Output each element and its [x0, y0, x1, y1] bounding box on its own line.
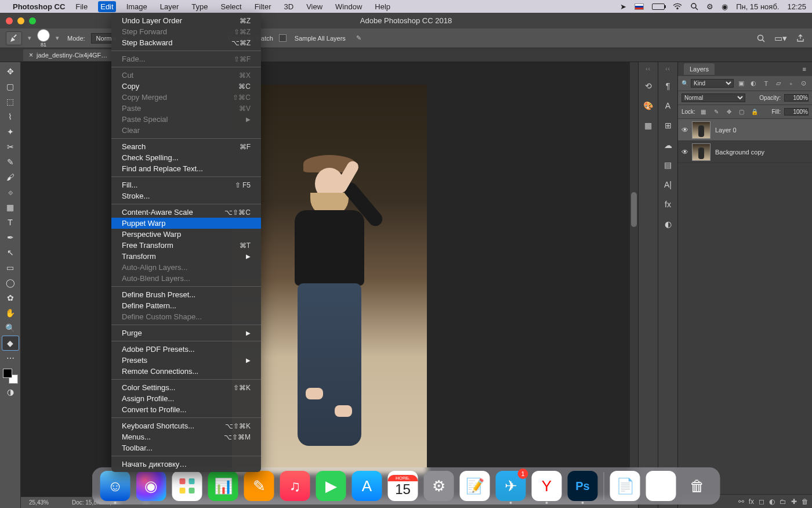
sample-all-checkbox[interactable] [279, 34, 287, 42]
link-layers-icon[interactable]: ⚯ [738, 498, 744, 506]
new-layer-icon[interactable]: ✚ [791, 498, 797, 506]
custom-shape-tool-icon[interactable]: ✿ [2, 291, 19, 305]
filter-smart-icon[interactable]: ▫ [786, 78, 796, 89]
dock-trash-icon[interactable]: 🗑 [682, 471, 712, 501]
layer-row[interactable]: 👁 Background copy [678, 141, 812, 163]
vertical-scrollbar[interactable] [630, 62, 638, 496]
edit-menu-item[interactable]: Copy⌘C [111, 81, 261, 92]
layer-visibility-icon[interactable]: 👁 [678, 126, 692, 134]
rectangle-tool-icon[interactable]: ▭ [2, 261, 19, 275]
menubar-date[interactable]: Пн, 15 нояб. [736, 2, 779, 11]
menu-file[interactable]: File [73, 1, 90, 12]
app-name[interactable]: Photoshop CC [13, 2, 65, 11]
hand-tool-icon[interactable]: ✋ [2, 306, 19, 320]
edit-menu-item[interactable]: Keyboard Shortcuts...⌥⇧⌘K [111, 420, 261, 431]
battery-icon[interactable] [652, 3, 665, 10]
pressure-icon[interactable]: ✎ [356, 34, 361, 42]
edit-menu-item[interactable]: Content-Aware Scale⌥⇧⌘C [111, 207, 261, 218]
layers-panel-tab[interactable]: Layers [684, 63, 715, 75]
location-icon[interactable]: ➤ [620, 2, 626, 11]
input-flag-icon[interactable] [635, 3, 644, 10]
lock-all-icon[interactable]: 🔒 [750, 109, 759, 115]
panel-menu-icon[interactable]: ≡ [803, 66, 806, 73]
minimize-window-button[interactable] [17, 17, 24, 24]
cc-libraries-icon[interactable]: ☁ [661, 138, 675, 152]
close-window-button[interactable] [6, 17, 13, 24]
edit-menu-item[interactable]: Find and Replace Text... [111, 163, 261, 174]
layer-row[interactable]: 👁 Layer 0 [678, 119, 812, 141]
edit-menu-item[interactable]: Presets▶ [111, 355, 261, 366]
edit-menu-item[interactable]: Puppet Warp [111, 218, 261, 229]
siri-icon[interactable]: ◉ [722, 2, 728, 11]
edit-menu-item[interactable]: Adobe PDF Presets... [111, 344, 261, 355]
paragraph-panel-icon[interactable]: A [661, 99, 675, 113]
edit-menu-item[interactable]: Define Pattern... [111, 300, 261, 311]
character-panel-icon[interactable]: ¶ [661, 79, 675, 93]
edit-menu-item[interactable]: Purge▶ [111, 327, 261, 338]
layer-thumbnail[interactable] [692, 143, 710, 161]
pen-tool-icon[interactable]: ✒ [2, 230, 19, 244]
quickmask-icon[interactable]: ◑ [2, 385, 19, 399]
dock-notes-icon[interactable]: 📝 [460, 471, 490, 501]
edit-menu-item[interactable]: Convert to Profile... [111, 404, 261, 415]
dock-appstore-icon[interactable]: A [352, 471, 382, 501]
menu-layer[interactable]: Layer [158, 1, 182, 12]
edit-menu-item[interactable]: Stroke... [111, 190, 261, 201]
spotlight-icon[interactable] [690, 2, 698, 10]
dock-music-icon[interactable]: ♫ [280, 471, 310, 501]
menu-select[interactable]: Select [218, 1, 244, 12]
edit-menu-item[interactable]: Remote Connections... [111, 366, 261, 377]
edit-menu-item[interactable]: Menus...⌥⇧⌘M [111, 431, 261, 442]
zoom-level[interactable]: 25,43% [29, 499, 49, 506]
layer-thumbnail[interactable] [692, 121, 710, 139]
channels-panel-icon[interactable]: ◐ [661, 217, 675, 231]
menu-view[interactable]: View [304, 1, 325, 12]
brush-tool-icon[interactable]: 🖌 [2, 170, 19, 184]
workspace-icon[interactable]: ▭▾ [775, 33, 786, 44]
path-select-tool-icon[interactable]: ↖ [2, 246, 19, 260]
layer-visibility-icon[interactable]: 👁 [678, 148, 692, 156]
filter-pixel-icon[interactable]: ▣ [736, 78, 746, 89]
edit-menu-item[interactable]: Undo Layer Order⌘Z [111, 15, 261, 26]
menu-image[interactable]: Image [124, 1, 150, 12]
wifi-icon[interactable] [673, 3, 682, 10]
type-tool-icon[interactable]: T [2, 215, 19, 229]
lock-pixels-icon[interactable]: ▦ [699, 109, 708, 115]
lock-artboard-icon[interactable]: ▢ [737, 109, 746, 115]
dock-file2-icon[interactable]: 🖼 [646, 471, 676, 501]
blend-mode-select[interactable]: Normal [682, 93, 745, 102]
edit-menu-item[interactable]: Check Spelling... [111, 152, 261, 163]
artboard-tool-icon[interactable]: ▢ [2, 80, 19, 93]
opacity-input[interactable] [784, 94, 809, 102]
menu-3d[interactable]: 3D [282, 1, 296, 12]
layer-filter-select[interactable]: Kind [691, 79, 734, 88]
zoom-tool-icon[interactable]: 🔍 [2, 321, 19, 335]
edit-menu-item[interactable]: Step Backward⌥⌘Z [111, 37, 261, 48]
edit-menu-item[interactable]: Free Transform⌘T [111, 240, 261, 251]
dock-siri-icon[interactable]: ◉ [136, 471, 166, 501]
crop-tool-icon[interactable]: ✂ [2, 140, 19, 154]
edit-menu-item[interactable]: Perspective Warp [111, 229, 261, 240]
gradient-tool-icon[interactable]: ▦ [2, 200, 19, 214]
dock-finder-icon[interactable]: ☺ [100, 471, 130, 501]
glyphs-panel-icon[interactable]: ⊞ [661, 118, 675, 132]
color-panel-icon[interactable]: 🎨 [641, 99, 655, 113]
delete-layer-icon[interactable]: 🗑 [802, 498, 809, 506]
adjustment-layer-icon[interactable]: ◐ [769, 498, 775, 506]
move-tool-icon[interactable]: ✥ [2, 64, 19, 78]
lock-position-icon[interactable]: ✥ [724, 109, 734, 115]
dock-facetime-icon[interactable]: ▶ [316, 471, 346, 501]
filter-shape-icon[interactable]: ▱ [774, 78, 784, 89]
menu-help[interactable]: Help [372, 1, 393, 12]
dock-file1-icon[interactable]: 📄 [610, 471, 640, 501]
edit-menu-item[interactable]: Search⌘F [111, 141, 261, 152]
quick-select-tool-icon[interactable]: ✦ [2, 125, 19, 139]
current-tool-icon[interactable] [6, 31, 22, 45]
edit-menu-item[interactable]: Assign Profile... [111, 393, 261, 404]
swatches-panel-icon[interactable]: ▦ [641, 118, 655, 132]
edit-menu-item[interactable]: Color Settings...⇧⌘K [111, 382, 261, 393]
dock-expand-icon[interactable]: ‹‹ [665, 66, 670, 72]
fill-input[interactable] [784, 108, 809, 116]
dock-calendar-icon[interactable]: НОЯБ.15 [388, 471, 418, 501]
edit-menu-item[interactable]: Начать диктовку… [111, 459, 261, 470]
